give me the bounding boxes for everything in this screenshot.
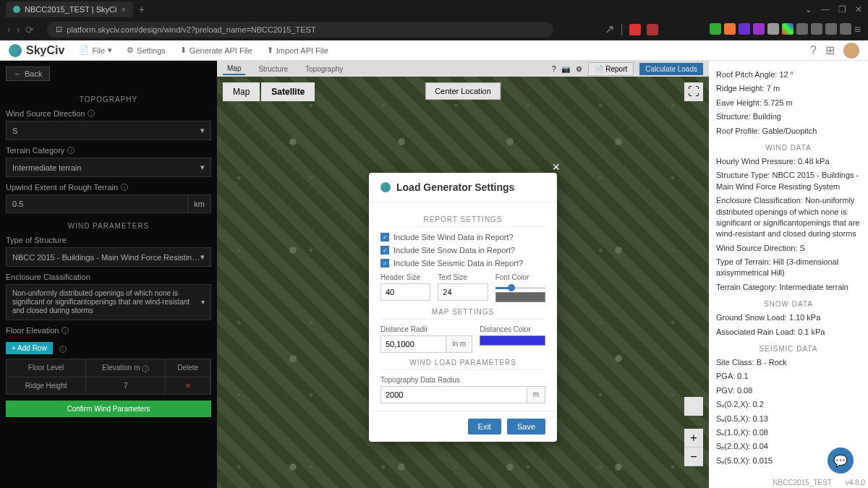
table-row: Ridge Height 7 ✕ <box>6 377 211 395</box>
font-color-label: Font Color <box>495 273 545 281</box>
wind-direction-select[interactable]: S▾ <box>6 121 211 140</box>
table-header-cell: Floor Level <box>7 359 86 377</box>
exit-button[interactable]: Exit <box>468 419 501 435</box>
close-window-icon[interactable]: ✕ <box>855 4 862 14</box>
back-button[interactable]: ← Back <box>6 67 50 81</box>
data-row: Type of Terrain: Hill (3-dimensional axi… <box>716 257 861 279</box>
unit-label: in m <box>446 335 472 353</box>
header-size-input[interactable] <box>380 283 430 301</box>
forward-icon[interactable]: › <box>17 24 20 35</box>
chevron-down-icon[interactable]: ⌄ <box>805 4 812 14</box>
window-controls: ⌄ ― ❐ ✕ <box>805 4 862 14</box>
structure-type-select[interactable]: NBCC 2015 - Buildings - Main Wind Force … <box>6 247 211 267</box>
tab-title: NBCC2015_TEST | SkyCi <box>25 5 116 14</box>
info-icon: i <box>142 365 149 372</box>
extension-icon[interactable] <box>710 23 721 35</box>
distance-radii-label: Distance Radii <box>380 325 472 333</box>
extension-icon[interactable] <box>739 23 750 35</box>
include-seismic-checkbox[interactable]: ✓Include Site Seismic Data in Report? <box>380 259 545 267</box>
chat-button[interactable]: 💬 <box>827 448 854 474</box>
enclosure-select[interactable]: Non-uniformly distributed openings of wh… <box>6 284 211 320</box>
favicon-icon <box>13 6 20 13</box>
share-icon[interactable]: ↗ <box>605 22 614 36</box>
include-wind-checkbox[interactable]: ✓Include Site Wind Data in Report? <box>380 233 545 241</box>
extension-icon[interactable] <box>767 23 779 35</box>
wind-data-header: WIND DATA <box>716 144 861 152</box>
avatar[interactable] <box>843 43 859 59</box>
data-row: Sₐ(0.2,X): 0.2 <box>716 399 861 410</box>
lock-icon: ⊡ <box>56 25 62 34</box>
font-color-swatch[interactable] <box>495 292 545 302</box>
data-row: Associated Rain Load: 0.1 kPa <box>716 327 861 338</box>
minimize-icon[interactable]: ― <box>821 4 830 14</box>
menu-icon[interactable]: ≡ <box>854 23 861 36</box>
save-button[interactable]: Save <box>507 419 545 435</box>
back-icon[interactable]: ‹ <box>7 24 11 35</box>
new-tab-button[interactable]: + <box>139 4 145 15</box>
info-icon: i <box>59 346 67 353</box>
table-header-cell: Elevation m i <box>86 359 166 377</box>
generate-api-button[interactable]: ⬇ Generate API File <box>180 46 252 55</box>
extension-icon[interactable] <box>629 24 641 35</box>
maximize-icon[interactable]: ❐ <box>838 4 846 14</box>
report-settings-header: REPORT SETTINGS <box>380 215 545 227</box>
data-row: Sₐ(0.5,X): 0.13 <box>716 414 861 424</box>
info-icon: i <box>61 327 69 334</box>
extension-icon[interactable] <box>840 23 851 35</box>
confirm-wind-button[interactable]: Confirm Wind Parameters <box>6 401 211 417</box>
distances-color-swatch[interactable] <box>480 335 545 346</box>
terrain-category-select[interactable]: Intermediate terrain▾ <box>6 158 211 177</box>
apps-icon[interactable]: ⊞ <box>825 43 835 57</box>
help-icon[interactable]: ? <box>810 44 817 57</box>
seismic-data-header: SEISMIC DATA <box>716 345 861 353</box>
browser-address-bar: ‹ › ⟳ ⊡ platform.skyciv.com/design/wind/… <box>0 19 868 40</box>
data-row: Wind Source Direction: S <box>716 243 861 254</box>
data-row: Structure Type: NBCC 2015 - Buildings - … <box>716 170 861 192</box>
add-row-button[interactable]: + Add Row <box>6 342 53 354</box>
structure-type-label: Type of Structure <box>6 236 211 244</box>
extension-icon[interactable] <box>647 24 658 35</box>
import-api-button[interactable]: ⬆ Import API File <box>267 46 328 55</box>
extension-icon[interactable] <box>753 23 765 35</box>
snow-data-header: SNOW DATA <box>716 300 861 308</box>
data-row: Enclosure Classification: Non-uniformly … <box>716 195 861 240</box>
extension-icon[interactable] <box>811 23 822 35</box>
project-name: NBCC2015_TEST <box>773 479 832 487</box>
close-icon[interactable]: × <box>552 160 560 175</box>
app-header: SkyCiv 📄 File ▾ ⚙ Settings ⬇ Generate AP… <box>0 40 868 61</box>
include-snow-checkbox[interactable]: ✓Include Site Snow Data in Report? <box>380 246 545 254</box>
topo-radius-label: Topography Data Radius <box>380 376 545 384</box>
settings-menu[interactable]: ⚙ Settings <box>127 46 166 55</box>
extension-icon[interactable] <box>796 23 808 35</box>
logo[interactable]: SkyCiv <box>9 44 64 57</box>
delete-row-button[interactable]: ✕ <box>166 377 210 394</box>
floor-table: Floor Level Elevation m i Delete Ridge H… <box>6 359 211 395</box>
table-header-cell: Delete <box>166 359 210 377</box>
sidebar: ← Back TOPOGRAPHY Wind Source Direction … <box>0 61 217 488</box>
extension-icon[interactable] <box>782 23 793 35</box>
data-row: Terrain Category: Intermediate terrain <box>716 282 861 293</box>
extension-icon[interactable] <box>825 23 837 35</box>
map-area: Map Structure Topography ? 📷 ⚙ 📄 Report … <box>217 61 709 488</box>
terrain-category-label: Terrain Category i <box>6 146 211 155</box>
data-row: Structure: Building <box>716 111 861 122</box>
text-size-input[interactable] <box>438 283 488 301</box>
close-icon[interactable]: × <box>121 5 125 14</box>
data-row: Roof Profile: Gable/Duopitch <box>716 126 861 137</box>
extension-icon[interactable] <box>724 23 736 35</box>
table-cell[interactable]: 7 <box>86 377 166 394</box>
file-menu[interactable]: 📄 File ▾ <box>79 46 112 55</box>
upwind-extent-input[interactable]: 0.5 <box>6 194 188 213</box>
floor-elevation-label: Floor Elevation i <box>6 326 211 335</box>
modal-overlay: × Load Generator Settings REPORT SETTING… <box>217 61 709 488</box>
data-row: Roof Pitch Angle: 12 ° <box>716 69 861 80</box>
refresh-icon[interactable]: ⟳ <box>25 24 34 35</box>
topo-radius-input[interactable] <box>380 386 527 403</box>
distance-radii-input[interactable] <box>380 335 446 353</box>
right-panel: Roof Pitch Angle: 12 ° Ridge Height: 7 m… <box>709 61 868 488</box>
url-input[interactable]: ⊡ platform.skyciv.com/design/wind/v2?pre… <box>47 22 553 38</box>
browser-tab[interactable]: NBCC2015_TEST | SkyCi × <box>6 1 133 17</box>
wind-params-header: WIND PARAMETERS <box>6 222 211 230</box>
font-color-slider[interactable] <box>495 287 545 289</box>
unit-label: m <box>527 386 545 403</box>
